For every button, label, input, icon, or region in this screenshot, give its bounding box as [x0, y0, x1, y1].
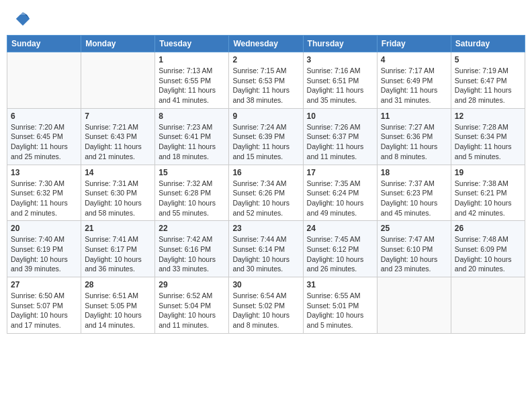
- day-number: 21: [85, 224, 151, 233]
- logo: [12, 9, 32, 28]
- calendar-cell: 31Sunrise: 6:55 AM Sunset: 5:01 PM Dayli…: [303, 277, 377, 334]
- day-number: 26: [455, 224, 521, 233]
- dow-header: Thursday: [303, 36, 377, 52]
- calendar-cell: 2Sunrise: 7:15 AM Sunset: 6:53 PM Daylig…: [229, 52, 303, 109]
- day-info: Sunrise: 7:26 AM Sunset: 6:37 PM Dayligh…: [307, 122, 373, 162]
- calendar-cell: 29Sunrise: 6:52 AM Sunset: 5:04 PM Dayli…: [155, 277, 229, 334]
- day-info: Sunrise: 7:35 AM Sunset: 6:24 PM Dayligh…: [307, 179, 373, 218]
- dow-header: Monday: [81, 36, 155, 52]
- day-info: Sunrise: 7:21 AM Sunset: 6:43 PM Dayligh…: [85, 122, 151, 162]
- dow-header: Wednesday: [229, 36, 303, 52]
- calendar-cell: 18Sunrise: 7:37 AM Sunset: 6:23 PM Dayli…: [377, 165, 451, 221]
- day-number: 10: [307, 111, 373, 121]
- day-number: 18: [381, 168, 447, 177]
- calendar-cell: 5Sunrise: 7:19 AM Sunset: 6:47 PM Daylig…: [451, 52, 525, 109]
- calendar-week-row: 20Sunrise: 7:40 AM Sunset: 6:19 PM Dayli…: [7, 221, 525, 277]
- day-info: Sunrise: 6:54 AM Sunset: 5:02 PM Dayligh…: [232, 291, 299, 330]
- day-info: Sunrise: 7:47 AM Sunset: 6:10 PM Dayligh…: [381, 234, 447, 274]
- day-number: 17: [307, 168, 373, 177]
- day-info: Sunrise: 6:50 AM Sunset: 5:07 PM Dayligh…: [11, 291, 77, 330]
- calendar-cell: 25Sunrise: 7:47 AM Sunset: 6:10 PM Dayli…: [377, 221, 451, 277]
- calendar-cell: 4Sunrise: 7:17 AM Sunset: 6:49 PM Daylig…: [377, 52, 451, 109]
- day-number: 3: [307, 55, 373, 64]
- day-number: 23: [232, 224, 299, 233]
- day-info: Sunrise: 7:44 AM Sunset: 6:14 PM Dayligh…: [232, 234, 299, 274]
- day-info: Sunrise: 7:16 AM Sunset: 6:51 PM Dayligh…: [307, 66, 373, 105]
- calendar-cell: [377, 277, 451, 334]
- day-info: Sunrise: 7:19 AM Sunset: 6:47 PM Dayligh…: [455, 66, 521, 105]
- calendar-cell: 15Sunrise: 7:32 AM Sunset: 6:28 PM Dayli…: [155, 165, 229, 221]
- dow-header: Friday: [377, 36, 451, 52]
- calendar-cell: 26Sunrise: 7:48 AM Sunset: 6:09 PM Dayli…: [451, 221, 525, 277]
- calendar-cell: 1Sunrise: 7:13 AM Sunset: 6:55 PM Daylig…: [155, 52, 229, 109]
- day-number: 14: [85, 168, 151, 177]
- calendar-cell: [451, 277, 525, 334]
- calendar-cell: 27Sunrise: 6:50 AM Sunset: 5:07 PM Dayli…: [7, 277, 81, 334]
- day-number: 11: [381, 111, 447, 121]
- day-info: Sunrise: 7:28 AM Sunset: 6:34 PM Dayligh…: [455, 122, 521, 162]
- calendar-cell: 14Sunrise: 7:31 AM Sunset: 6:30 PM Dayli…: [81, 165, 155, 221]
- day-number: 30: [232, 280, 299, 289]
- day-number: 2: [232, 55, 299, 64]
- day-info: Sunrise: 7:13 AM Sunset: 6:55 PM Dayligh…: [159, 66, 225, 105]
- day-number: 31: [307, 280, 373, 289]
- day-number: 8: [159, 111, 225, 121]
- day-info: Sunrise: 7:37 AM Sunset: 6:23 PM Dayligh…: [381, 179, 447, 218]
- calendar-table: SundayMondayTuesdayWednesdayThursdayFrid…: [7, 35, 525, 334]
- calendar-cell: 30Sunrise: 6:54 AM Sunset: 5:02 PM Dayli…: [229, 277, 303, 334]
- day-info: Sunrise: 7:24 AM Sunset: 6:39 PM Dayligh…: [232, 122, 299, 162]
- day-info: Sunrise: 7:41 AM Sunset: 6:17 PM Dayligh…: [85, 234, 151, 274]
- day-info: Sunrise: 7:40 AM Sunset: 6:19 PM Dayligh…: [11, 234, 77, 274]
- day-number: 13: [11, 168, 77, 177]
- calendar-cell: 28Sunrise: 6:51 AM Sunset: 5:05 PM Dayli…: [81, 277, 155, 334]
- day-info: Sunrise: 7:45 AM Sunset: 6:12 PM Dayligh…: [307, 234, 373, 274]
- day-number: 25: [381, 224, 447, 233]
- dow-header: Tuesday: [155, 36, 229, 52]
- calendar-cell: 9Sunrise: 7:24 AM Sunset: 6:39 PM Daylig…: [229, 108, 303, 165]
- day-number: 22: [159, 224, 225, 233]
- calendar-cell: 20Sunrise: 7:40 AM Sunset: 6:19 PM Dayli…: [7, 221, 81, 277]
- calendar-cell: 22Sunrise: 7:42 AM Sunset: 6:16 PM Dayli…: [155, 221, 229, 277]
- day-info: Sunrise: 7:38 AM Sunset: 6:21 PM Dayligh…: [455, 179, 521, 218]
- day-number: 19: [455, 168, 521, 177]
- day-info: Sunrise: 7:17 AM Sunset: 6:49 PM Dayligh…: [381, 66, 447, 105]
- calendar-week-row: 1Sunrise: 7:13 AM Sunset: 6:55 PM Daylig…: [7, 52, 525, 109]
- calendar-cell: [81, 52, 155, 109]
- day-number: 9: [232, 111, 299, 121]
- day-number: 28: [85, 280, 151, 289]
- day-info: Sunrise: 7:23 AM Sunset: 6:41 PM Dayligh…: [159, 122, 225, 162]
- day-info: Sunrise: 7:32 AM Sunset: 6:28 PM Dayligh…: [159, 179, 225, 218]
- calendar-cell: 21Sunrise: 7:41 AM Sunset: 6:17 PM Dayli…: [81, 221, 155, 277]
- calendar-cell: [7, 52, 81, 109]
- calendar-week-row: 6Sunrise: 7:20 AM Sunset: 6:45 PM Daylig…: [7, 108, 525, 165]
- calendar-cell: 3Sunrise: 7:16 AM Sunset: 6:51 PM Daylig…: [303, 52, 377, 109]
- day-number: 16: [232, 168, 299, 177]
- day-number: 5: [455, 55, 521, 64]
- day-info: Sunrise: 7:31 AM Sunset: 6:30 PM Dayligh…: [85, 179, 151, 218]
- day-number: 24: [307, 224, 373, 233]
- page-header: [7, 7, 525, 31]
- day-number: 15: [159, 168, 225, 177]
- dow-header: Sunday: [7, 36, 81, 52]
- day-info: Sunrise: 7:27 AM Sunset: 6:36 PM Dayligh…: [381, 122, 447, 162]
- calendar-cell: 17Sunrise: 7:35 AM Sunset: 6:24 PM Dayli…: [303, 165, 377, 221]
- day-number: 27: [11, 280, 77, 289]
- calendar-cell: 6Sunrise: 7:20 AM Sunset: 6:45 PM Daylig…: [7, 108, 81, 165]
- day-number: 29: [159, 280, 225, 289]
- day-info: Sunrise: 6:51 AM Sunset: 5:05 PM Dayligh…: [85, 291, 151, 330]
- dow-header: Saturday: [451, 36, 525, 52]
- calendar-cell: 23Sunrise: 7:44 AM Sunset: 6:14 PM Dayli…: [229, 221, 303, 277]
- day-info: Sunrise: 7:34 AM Sunset: 6:26 PM Dayligh…: [232, 179, 299, 218]
- calendar-cell: 7Sunrise: 7:21 AM Sunset: 6:43 PM Daylig…: [81, 108, 155, 165]
- calendar-cell: 8Sunrise: 7:23 AM Sunset: 6:41 PM Daylig…: [155, 108, 229, 165]
- day-info: Sunrise: 7:15 AM Sunset: 6:53 PM Dayligh…: [232, 66, 299, 105]
- day-info: Sunrise: 6:52 AM Sunset: 5:04 PM Dayligh…: [159, 291, 225, 330]
- calendar-cell: 24Sunrise: 7:45 AM Sunset: 6:12 PM Dayli…: [303, 221, 377, 277]
- calendar-week-row: 13Sunrise: 7:30 AM Sunset: 6:32 PM Dayli…: [7, 165, 525, 221]
- day-info: Sunrise: 6:55 AM Sunset: 5:01 PM Dayligh…: [307, 291, 373, 330]
- calendar-cell: 12Sunrise: 7:28 AM Sunset: 6:34 PM Dayli…: [451, 108, 525, 165]
- day-number: 4: [381, 55, 447, 64]
- day-info: Sunrise: 7:48 AM Sunset: 6:09 PM Dayligh…: [455, 234, 521, 274]
- calendar-cell: 19Sunrise: 7:38 AM Sunset: 6:21 PM Dayli…: [451, 165, 525, 221]
- calendar-body: 1Sunrise: 7:13 AM Sunset: 6:55 PM Daylig…: [7, 52, 525, 334]
